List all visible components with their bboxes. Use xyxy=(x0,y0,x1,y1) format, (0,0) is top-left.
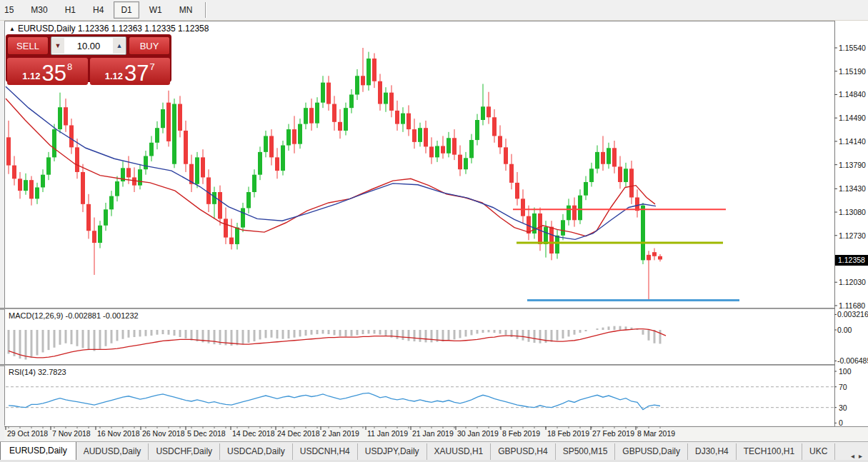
date-axis-label: 16 Nov 2018 xyxy=(97,429,140,438)
chart-tab-audusd-daily[interactable]: AUDUSD,Daily xyxy=(76,443,149,460)
rsi-axis-label: 0 xyxy=(839,418,843,427)
chart-tab-usdchf-daily[interactable]: USDCHF,Daily xyxy=(149,443,220,460)
date-axis-label: 5 Dec 2018 xyxy=(187,429,226,438)
chart-tab-bar: EURUSD,DailyAUDUSD,DailyUSDCHF,DailyUSDC… xyxy=(0,441,868,460)
price-axis-label: 1.14140 xyxy=(839,137,866,146)
date-axis-label: 2 Jan 2019 xyxy=(322,429,359,438)
sell-price-big: 35 xyxy=(42,62,66,84)
chart-tab-gbpusd-h4[interactable]: GBPUSD,H4 xyxy=(491,443,555,460)
horizontal-level-lines xyxy=(513,209,739,300)
sell-button[interactable]: SELL xyxy=(7,36,49,55)
volume-stepper: ▼ 10.00 ▲ xyxy=(51,36,126,55)
tab-scroll-arrows: ◂ ▸ xyxy=(845,452,868,460)
chart-tab-usdjpy-daily[interactable]: USDJPY,Daily xyxy=(358,443,427,460)
date-axis-label: 26 Nov 2018 xyxy=(142,429,185,438)
rsi-plot xyxy=(6,387,834,410)
date-axis-label: 8 Feb 2019 xyxy=(502,429,540,438)
macd-axis-label: 0.00 xyxy=(837,326,852,334)
trading-terminal-window: 15M30H1H4D1W1MN ▲EURUSD,Daily 1.12336 1.… xyxy=(0,0,868,462)
price-axis-label: 1.14490 xyxy=(839,114,866,122)
macd-axis-label: 0.003216 xyxy=(837,310,868,318)
buy-button[interactable]: BUY xyxy=(129,36,170,55)
buy-price-pip: 7 xyxy=(150,59,155,72)
price-axis-label: 1.12730 xyxy=(839,231,866,240)
date-axis-label: 14 Dec 2018 xyxy=(232,429,275,438)
current-price-tag: 1.12358 xyxy=(835,255,868,266)
date-axis-label: 18 Feb 2019 xyxy=(547,429,589,438)
date-axis-label: 27 Feb 2019 xyxy=(592,429,634,438)
buy-price[interactable]: 1.12 37 7 xyxy=(90,58,171,85)
chart-tab-xauusd-h1[interactable]: XAUUSD,H1 xyxy=(427,443,492,460)
chart-title-text: EURUSD,Daily 1.12336 1.12363 1.12335 1.1… xyxy=(18,24,209,34)
tab-scroll-right-icon[interactable]: ▸ xyxy=(859,452,862,460)
date-axis-label: 11 Jan 2019 xyxy=(367,429,408,438)
chart-tab-eurusd-daily[interactable]: EURUSD,Daily xyxy=(0,441,76,460)
chart-tab-dj30-h4[interactable]: DJ30,H4 xyxy=(688,443,737,460)
macd-label: MACD(12,26,9) -0.002881 -0.001232 xyxy=(9,311,139,320)
date-axis-label: 30 Jan 2019 xyxy=(457,429,499,438)
volume-field[interactable]: 10.00 xyxy=(64,41,113,51)
chart-tabs: EURUSD,DailyAUDUSD,DailyUSDCHF,DailyUSDC… xyxy=(0,441,835,460)
chart-tab-gbpusd-daily[interactable]: GBPUSD,Daily xyxy=(615,443,688,460)
tab-scroll-left-icon[interactable]: ◂ xyxy=(851,452,854,460)
sell-price[interactable]: 1.12 35 8 xyxy=(7,58,88,85)
date-axis-label: 7 Nov 2018 xyxy=(52,429,91,438)
chart-title: ▲EURUSD,Daily 1.12336 1.12363 1.12335 1.… xyxy=(9,24,209,34)
price-axis-label: 1.13080 xyxy=(839,208,866,216)
price-axis-label: 1.12030 xyxy=(839,278,866,286)
axis-ticks xyxy=(6,48,837,430)
collapse-trade-panel-icon[interactable]: ▲ xyxy=(9,26,15,32)
macd-plot xyxy=(9,326,666,360)
volume-decrease-icon[interactable]: ▼ xyxy=(51,38,64,54)
price-axis-label: 1.11680 xyxy=(839,301,865,310)
price-axis-label: 1.14840 xyxy=(839,90,866,99)
one-click-trading-panel: SELL ▼ 10.00 ▲ BUY 1.12 35 8 1.12 37 7 xyxy=(6,34,171,82)
sell-price-pip: 8 xyxy=(67,59,72,72)
date-axis-label: 29 Oct 2018 xyxy=(7,429,48,438)
trade-controls-row: SELL ▼ 10.00 ▲ BUY xyxy=(6,34,171,56)
rsi-label: RSI(14) 32.7823 xyxy=(9,368,66,376)
chart-tab-sp500-m15[interactable]: SP500,M15 xyxy=(556,443,616,460)
price-axis-label: 1.15190 xyxy=(839,67,866,76)
sell-price-prefix: 1.12 xyxy=(22,71,40,81)
chart-tab-tech100-h1[interactable]: TECH100,H1 xyxy=(737,443,802,460)
rsi-axis-label: 70 xyxy=(839,383,847,391)
price-axis-label: 1.13790 xyxy=(839,161,866,169)
price-axis-label: 1.15540 xyxy=(839,44,866,52)
chart-tab-usdcad-daily[interactable]: USDCAD,Daily xyxy=(220,443,293,460)
buy-price-prefix: 1.12 xyxy=(105,71,123,81)
date-axis-label: 8 Mar 2019 xyxy=(637,429,675,438)
buy-price-big: 37 xyxy=(124,62,149,84)
date-axis-label: 21 Jan 2019 xyxy=(412,429,454,438)
date-axis-label: 24 Dec 2018 xyxy=(277,429,320,438)
macd-axis-label: -0.006485 xyxy=(837,356,868,365)
chart-tab-usdcnh-h4[interactable]: USDCNH,H4 xyxy=(293,443,358,460)
chart-tab-ukc[interactable]: UKC xyxy=(802,443,835,460)
price-axis-label: 1.13430 xyxy=(839,184,866,193)
volume-increase-icon[interactable]: ▲ xyxy=(113,38,126,54)
moving-averages xyxy=(6,86,656,239)
rsi-axis-label: 100 xyxy=(839,367,852,376)
trade-prices-row: 1.12 35 8 1.12 37 7 xyxy=(6,56,171,86)
rsi-axis-label: 30 xyxy=(839,403,847,412)
